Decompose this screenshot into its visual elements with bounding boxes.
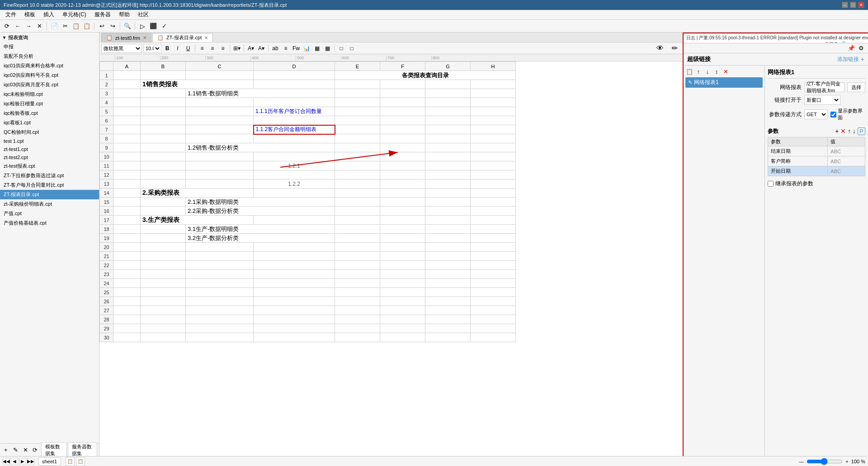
fmt-chart[interactable]: 📊 [302,44,311,53]
cell-10c[interactable] [186,152,254,161]
sidebar-item-zt-catalog[interactable]: ZT-报表目录.cpt [0,190,99,199]
cell-4c[interactable] [186,98,254,107]
cell-17a[interactable] [113,216,141,225]
link-item-1[interactable]: ✎ 网络报表1 [685,77,763,88]
cell-15b[interactable] [141,198,186,207]
cell-8d[interactable] [254,134,335,143]
fmt-align-center[interactable]: ≡ [208,44,217,53]
cell-16e[interactable] [335,207,380,216]
cell-6g[interactable] [425,116,471,125]
cell-17d[interactable] [254,216,335,225]
cell-2h[interactable] [471,80,516,89]
param-value-3[interactable]: ABC [828,166,865,176]
sidebar-item-chanxue-price[interactable]: 产值价格基础表.cpt [0,218,99,228]
fmt-pen-icon[interactable]: ✏ [668,42,681,55]
cell-19c[interactable]: 3.2生产-数据分析类 [186,234,335,243]
cell-7b[interactable] [141,125,186,134]
cell-12h[interactable] [471,170,516,179]
cell-15f[interactable] [380,198,425,207]
toolbar-preview[interactable]: ▷ [137,21,147,31]
param-value-1[interactable]: ABC [828,146,865,156]
cell-15h[interactable] [471,198,516,207]
cell-13b[interactable] [141,179,186,188]
cell-6b[interactable] [141,116,186,125]
cell-3e[interactable] [335,89,380,98]
cell-1e[interactable]: 各类报表查询目录 [335,71,516,80]
toolbar-cut[interactable]: ✂ [60,21,70,31]
cell-11d[interactable]: 1.2.1 [254,161,335,170]
fmt-lines[interactable]: ≡ [281,44,290,53]
cell-16c[interactable]: 2.2采购-数据分析类 [186,207,335,216]
menu-server[interactable]: 服务器 [91,10,114,19]
cell-15g[interactable] [425,198,471,207]
cell-8a[interactable] [113,134,141,143]
cell-1c[interactable] [186,71,254,80]
cell-15a[interactable] [113,198,141,207]
col-header-c[interactable]: C [186,62,254,71]
copy-link-icon[interactable]: 📋 [685,67,693,75]
sheet-list-btn[interactable]: 📋 [76,457,85,466]
cell-19f[interactable] [380,234,425,243]
param-down-icon[interactable]: ↓ [853,127,856,135]
cell-6e[interactable] [335,116,380,125]
cell-13a[interactable] [113,179,141,188]
cell-18b[interactable] [141,225,186,234]
cell-17f[interactable] [380,216,425,225]
toolbar-undo[interactable]: ↩ [97,21,107,31]
cell-10h[interactable] [471,152,516,161]
cell-5c[interactable] [186,107,254,116]
cell-19h[interactable] [471,234,516,243]
toolbar-copy[interactable]: 📋 [71,21,81,31]
param-value-2[interactable]: ABC [828,156,865,166]
cell-2d[interactable] [254,80,335,89]
menu-insert[interactable]: 插入 [40,10,58,19]
cell-17b[interactable]: 3.生产类报表 [141,216,254,225]
sidebar-edit-btn[interactable]: ✎ [12,445,20,455]
zoom-slider[interactable] [807,458,843,465]
add-icon[interactable]: + [861,56,864,63]
font-size-select[interactable]: 10.0 [143,44,161,53]
cell-8h[interactable] [471,134,516,143]
cell-10d[interactable] [254,152,335,161]
cell-8c[interactable] [186,134,254,143]
sidebar-delete-btn[interactable]: ✕ [21,445,29,455]
param-p-icon[interactable]: P [858,127,865,135]
sidebar-item-iqc-kb1[interactable]: iqc看板1.cpt [0,118,99,127]
cell-11h[interactable] [471,161,516,170]
fmt-underline[interactable]: U [184,44,193,53]
pass-select[interactable]: GET [804,109,828,119]
add-link-label[interactable]: 添加链接 [837,56,859,63]
sidebar-add-btn[interactable]: + [2,445,10,455]
cell-4a[interactable] [113,98,141,107]
cell-10g[interactable] [425,152,471,161]
cell-17e[interactable] [335,216,380,225]
cell-3c[interactable]: 1.1销售-数据明细类 [186,89,335,98]
cell-19g[interactable] [425,234,471,243]
maximize-button[interactable]: □ [850,2,856,8]
cell-9a[interactable] [113,143,141,152]
sidebar-item-iqc02[interactable]: iqc02供应商料号不良.cpt [0,71,99,80]
cell-12c[interactable] [186,170,254,179]
menu-community[interactable]: 社区 [134,10,152,19]
cell-14a[interactable] [113,188,141,198]
cell-14g[interactable] [425,188,471,198]
sidebar-item-iqc03[interactable]: iqc03供应商月度不良.cpt [0,80,99,89]
cell-3f[interactable] [380,89,425,98]
toolbar-paste[interactable]: 📋 [82,21,92,31]
cell-15e[interactable] [335,198,380,207]
menu-cell[interactable]: 单元格(C) [59,10,90,19]
sidebar-item-zt-purchase[interactable]: zt-采购核价明细表.cpt [0,199,99,209]
cell-16a[interactable] [113,207,141,216]
sheet-nav-next[interactable]: ▶ [19,458,26,465]
fmt-box1[interactable]: □ [337,44,346,53]
cell-10f[interactable] [380,152,425,161]
toolbar-refresh[interactable]: ⟳ [2,21,12,31]
cell-11b[interactable] [141,161,186,170]
fmt-bg-color[interactable]: A▾ [257,44,266,53]
col-header-d[interactable]: D [254,62,335,71]
cell-10a[interactable] [113,152,141,161]
cell-18e[interactable] [335,225,380,234]
sidebar-item-zt-filter[interactable]: ZT-下拉框参数筛选过滤.cpt [0,171,99,180]
cell-14f[interactable] [380,188,425,198]
cell-4e[interactable] [335,98,380,107]
